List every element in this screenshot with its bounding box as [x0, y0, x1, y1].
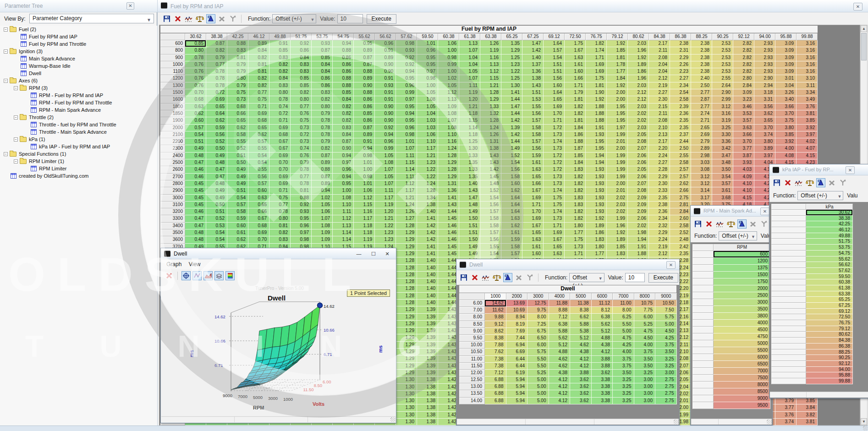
fuel-cell[interactable]: 0.68: [269, 131, 291, 138]
fuel-cell[interactable]: 1.29: [396, 342, 417, 349]
fuel-cell[interactable]: 1.18: [354, 223, 375, 229]
fuel-cell[interactable]: 0.95: [396, 117, 417, 124]
fuel-cell[interactable]: 3.76: [797, 104, 818, 110]
collapse-icon[interactable]: −: [4, 79, 8, 83]
dwell-cell[interactable]: 7.69: [506, 328, 528, 335]
dwell-cell[interactable]: 5.38: [570, 328, 592, 335]
fuel-cell[interactable]: 0.97: [333, 159, 354, 166]
fuel-cell[interactable]: 1.93: [586, 174, 607, 180]
fuel-cell[interactable]: 1.49: [459, 208, 480, 215]
fuel-cell[interactable]: 0.82: [248, 82, 269, 89]
dwell-cell[interactable]: 3.62: [592, 370, 613, 376]
fuel-cell[interactable]: 0.87: [333, 138, 354, 145]
fuel-cell[interactable]: 0.70: [269, 159, 291, 166]
fuel-cell[interactable]: 1.63: [501, 215, 522, 222]
dwell-cell[interactable]: 5.50: [613, 321, 634, 328]
tree-item-rpm-fuel-by-rpm-and-throttle[interactable]: RPM - Fuel by RPM and Throttle: [24, 99, 112, 106]
fuel-cell[interactable]: 0.45: [185, 180, 206, 187]
fuel-cell[interactable]: 0.68: [185, 96, 206, 103]
fuel-cell[interactable]: 0.94: [396, 68, 417, 75]
kpa-row-header[interactable]: [771, 367, 806, 373]
fuel-cell[interactable]: 2.65: [691, 125, 712, 131]
fuel-col-header[interactable]: 76.75: [586, 33, 607, 40]
fuel-cell[interactable]: 1.41: [417, 251, 438, 257]
dwell-cell[interactable]: 12.75: [527, 300, 549, 307]
fuel-cell[interactable]: 0.84: [312, 61, 333, 68]
fuel-cell[interactable]: 0.76: [185, 82, 206, 89]
fuel-cell[interactable]: 1.06: [354, 187, 375, 194]
fuel-cell[interactable]: 0.56: [206, 131, 227, 138]
fuel-cell[interactable]: 1.88: [586, 110, 607, 117]
fuel-cell[interactable]: 2.26: [670, 61, 691, 68]
fuel-cell[interactable]: 1.25: [501, 75, 522, 82]
fuel-cell[interactable]: 1.08: [312, 223, 333, 229]
fuel-cell[interactable]: 0.49: [185, 145, 206, 152]
dwell-cell[interactable]: 5.12: [549, 342, 571, 349]
fuel-cell[interactable]: 1.91: [628, 244, 649, 251]
fuel-cell[interactable]: 1.32: [480, 110, 501, 117]
fuel-cell[interactable]: 2.04: [649, 61, 670, 68]
fuel-cell[interactable]: 1.58: [522, 131, 544, 138]
tree-item-throttle-fuel-by-rpm-and-throttle[interactable]: Throttle - fuel by RPM and Throttle: [24, 121, 116, 128]
dwell-cell[interactable]: 5.12: [592, 328, 613, 335]
fuel-cell[interactable]: 1.81: [586, 82, 607, 89]
dwell-cell[interactable]: 6.38: [592, 314, 613, 321]
fuel-cell[interactable]: 2.34: [670, 82, 691, 89]
fuel-cell[interactable]: 1.41: [417, 215, 438, 222]
minimize-icon[interactable]: —: [354, 250, 364, 258]
dwell-cell[interactable]: 4.88: [549, 349, 571, 355]
fuel-cell[interactable]: 0.93: [312, 40, 333, 47]
fuel-cell[interactable]: 2.90: [754, 75, 775, 82]
fuel-cell[interactable]: 3.80: [775, 125, 797, 131]
fuel-cell[interactable]: 1.26: [480, 131, 501, 138]
fuel-cell[interactable]: 0.99: [375, 145, 396, 152]
fuel-cell[interactable]: 2.38: [691, 61, 712, 68]
kpa-cell[interactable]: 42.25: [806, 221, 853, 227]
rpm-cell[interactable]: 3000: [714, 299, 770, 306]
dwell-cell[interactable]: 6.25: [613, 314, 634, 321]
dwell-cell[interactable]: 3.50: [655, 349, 677, 355]
fuel-cell[interactable]: 0.77: [206, 61, 227, 68]
fuel-cell[interactable]: 3.63: [733, 125, 754, 131]
fuel-cell[interactable]: 0.92: [396, 55, 417, 61]
fuel-cell[interactable]: 1.75: [565, 236, 586, 243]
fuel-cell[interactable]: 2.38: [670, 40, 691, 47]
fuel-cell[interactable]: 0.71: [269, 187, 291, 194]
rpm-row-header[interactable]: [692, 382, 714, 388]
fuel-cell[interactable]: 0.51: [185, 138, 206, 145]
dwell-cell[interactable]: 7.12: [485, 370, 506, 376]
dwell-cell[interactable]: 6.00: [527, 342, 549, 349]
fuel-cell[interactable]: 2.38: [649, 202, 670, 208]
fuel-cell[interactable]: 1.28: [480, 117, 501, 124]
fuel-row-header[interactable]: 1300: [160, 82, 185, 89]
fuel-cell[interactable]: 0.56: [248, 174, 269, 180]
collapse-icon[interactable]: −: [4, 27, 8, 32]
dwell-cell[interactable]: 3.75: [634, 349, 656, 355]
fuel-cell[interactable]: 1.98: [628, 229, 649, 236]
fuel-cell[interactable]: 2.82: [733, 40, 754, 47]
fuel-cell[interactable]: 2.38: [691, 47, 712, 54]
kpa-row-header[interactable]: [771, 355, 806, 361]
fuel-cell[interactable]: 0.76: [291, 110, 312, 117]
fuel-cell[interactable]: 1.42: [480, 166, 501, 173]
fuel-cell[interactable]: 1.03: [417, 117, 438, 124]
fuel-cell[interactable]: 2.10: [649, 125, 670, 131]
dwell-cell[interactable]: 4.12: [549, 383, 571, 390]
fuel-cell[interactable]: 3.76: [775, 412, 797, 419]
fuel-cell[interactable]: 1.43: [438, 202, 459, 208]
fuel-cell[interactable]: 1.66: [565, 75, 586, 82]
fuel-cell[interactable]: 0.78: [291, 180, 312, 187]
fuel-cell[interactable]: 2.60: [670, 215, 691, 222]
dwell-cell[interactable]: 9.88: [485, 314, 506, 321]
dwell-cell[interactable]: 3.88: [592, 356, 613, 363]
fuel-cell[interactable]: 2.80: [733, 75, 754, 82]
fuel-cell[interactable]: 1.75: [544, 202, 565, 208]
fuel-cell[interactable]: 0.91: [375, 89, 396, 96]
points-icon[interactable]: [192, 271, 202, 280]
fuel-cell[interactable]: 0.51: [206, 208, 227, 215]
fuel-cell[interactable]: 0.88: [291, 195, 312, 202]
execute-button[interactable]: Execute: [648, 273, 678, 283]
fuel-cell[interactable]: 0.74: [291, 145, 312, 152]
fuel-cell[interactable]: 2.94: [754, 82, 775, 89]
fuel-col-header[interactable]: 69.12: [544, 33, 565, 40]
